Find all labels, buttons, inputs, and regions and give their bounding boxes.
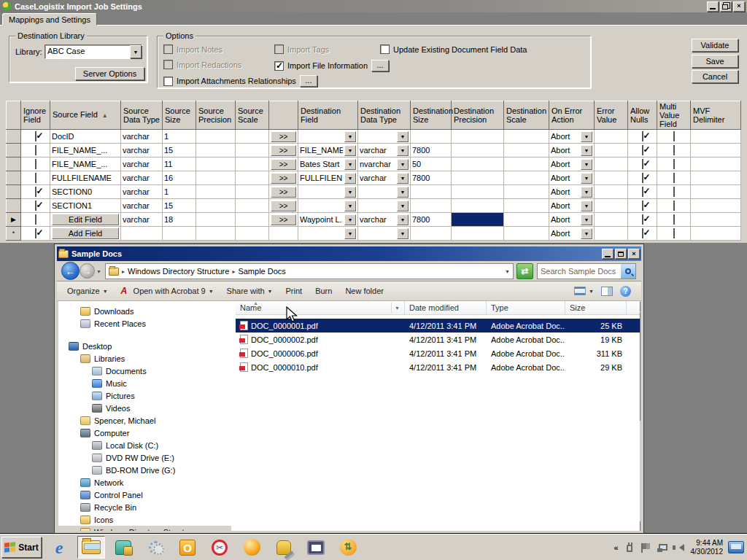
destination-scale-cell[interactable] [504, 144, 549, 158]
multi-value-checkbox[interactable] [673, 228, 675, 238]
error-value-cell[interactable] [595, 213, 628, 227]
error-value-cell[interactable] [595, 130, 628, 144]
views-button[interactable]: ▼ [574, 287, 594, 295]
history-dropdown-icon[interactable]: ▼ [96, 269, 101, 274]
destination-size-cell[interactable] [411, 185, 452, 199]
destination-data-type-cell[interactable]: varchar▼ [358, 144, 411, 158]
chevron-down-icon[interactable]: ▼ [344, 159, 356, 170]
explorer-maximize-button[interactable] [615, 249, 627, 259]
more-options-button[interactable]: ... [371, 60, 389, 71]
grid-column-header[interactable]: Error Value [595, 101, 628, 130]
destination-scale-cell[interactable] [504, 227, 549, 241]
destination-data-type-cell[interactable]: varchar▼ [358, 171, 411, 185]
multi-value-field-cell[interactable] [657, 144, 691, 158]
source-data-type-cell[interactable] [121, 227, 163, 241]
multi-value-checkbox[interactable] [673, 214, 675, 225]
source-size-cell[interactable]: 1 [163, 185, 196, 199]
error-value-cell[interactable] [595, 158, 628, 171]
sync-icon[interactable]: ⇅ [334, 536, 362, 559]
source-scale-cell[interactable] [236, 171, 269, 185]
multi-value-field-cell[interactable] [657, 199, 691, 213]
destination-data-type-cell[interactable]: ▼ [358, 227, 411, 241]
chevron-down-icon[interactable]: ▼ [581, 201, 592, 211]
source-precision-cell[interactable] [196, 185, 236, 199]
explorer-title-bar[interactable]: Sample Docs × [57, 246, 641, 261]
tree-item-windows-directory-structur-[interactable]: Windows Directory Structur... [58, 526, 231, 531]
ignore-field-cell[interactable] [21, 213, 50, 227]
allow-nulls-checkbox[interactable] [642, 214, 643, 225]
row-marker[interactable] [7, 144, 21, 158]
destination-size-cell[interactable] [411, 199, 452, 213]
map-cell[interactable]: >> [269, 130, 298, 144]
destination-size-cell[interactable] [411, 227, 452, 241]
ignore-field-cell[interactable] [21, 199, 50, 213]
allow-nulls-cell[interactable] [628, 227, 657, 241]
multi-value-field-cell[interactable] [657, 185, 691, 199]
checkbox-import-attachments-relationships[interactable] [163, 77, 173, 86]
destination-scale-cell[interactable] [504, 199, 549, 213]
destination-data-type-cell[interactable]: nvarchar▼ [358, 158, 411, 171]
destination-data-type-cell[interactable]: ▼ [358, 185, 411, 199]
allow-nulls-checkbox[interactable] [642, 145, 643, 155]
map-cell[interactable]: >> [269, 158, 298, 171]
ignore-field-cell[interactable] [21, 158, 50, 171]
destination-precision-cell[interactable] [452, 130, 504, 144]
clock[interactable]: 9:44 AM 4/30/2012 [691, 539, 724, 556]
tree-item-recycle-bin[interactable]: Recycle Bin [58, 501, 231, 513]
mvf-delimiter-cell[interactable] [691, 227, 741, 241]
destination-scale-cell[interactable] [504, 171, 549, 185]
ignore-checkbox[interactable] [35, 228, 36, 238]
map-cell[interactable]: >> [269, 185, 298, 199]
restore-button[interactable] [720, 1, 732, 12]
source-precision-cell[interactable] [196, 130, 236, 144]
source-data-type-cell[interactable]: varchar [121, 213, 163, 227]
chevron-down-icon[interactable]: ▼ [397, 201, 409, 211]
tree-item-network[interactable]: Network [58, 476, 231, 489]
main-title-bar[interactable]: CaseLogistix Import Job Settings × [0, 0, 747, 12]
map-cell[interactable] [269, 227, 298, 241]
source-field-cell[interactable]: SECTION1 [50, 199, 121, 213]
chevron-down-icon[interactable]: ▼ [344, 187, 356, 198]
grid-column-header[interactable]: Source Data Type [121, 101, 163, 130]
ignore-field-cell[interactable] [21, 227, 50, 241]
destination-field-cell[interactable]: FULLFILEN...▼ [298, 171, 358, 185]
explorer-close-button[interactable]: × [628, 249, 640, 259]
mvf-delimiter-cell[interactable] [691, 213, 741, 227]
toolbar-new-folder[interactable]: New folder [345, 287, 384, 295]
gears-icon[interactable] [142, 536, 169, 559]
source-scale-cell[interactable] [236, 158, 269, 171]
grid-column-header[interactable]: Destination Field [298, 101, 358, 130]
chevron-down-icon[interactable]: ▼ [581, 228, 592, 239]
mvf-delimiter-cell[interactable] [691, 158, 741, 171]
source-scale-cell[interactable] [236, 144, 269, 158]
on-error-action-cell[interactable]: Abort▼ [549, 199, 595, 213]
error-value-cell[interactable] [595, 227, 628, 241]
source-scale-cell[interactable] [236, 130, 269, 144]
allow-nulls-checkbox[interactable] [642, 228, 643, 238]
map-button[interactable]: >> [271, 131, 296, 142]
allow-nulls-checkbox[interactable] [642, 131, 643, 141]
checkbox-import-notes[interactable] [163, 44, 173, 54]
tree-item-bd-rom-drive-g-[interactable]: BD-ROM Drive (G:) [58, 464, 231, 476]
orange-sphere-icon[interactable] [238, 536, 266, 559]
map-button[interactable]: >> [271, 214, 296, 225]
error-value-cell[interactable] [595, 185, 628, 199]
tree-item-control-panel[interactable]: Control Panel [58, 489, 231, 501]
grid-column-header[interactable]: Destination Precision [452, 101, 504, 130]
destination-scale-cell[interactable] [504, 158, 549, 171]
grid-column-header[interactable]: MVF Delimiter [691, 101, 741, 130]
tree-item-local-disk-c-[interactable]: Local Disk (C:) [58, 439, 231, 451]
library-combobox[interactable]: ABC Case ▼ [44, 44, 142, 59]
source-data-type-cell[interactable]: varchar [121, 130, 163, 144]
multi-value-checkbox[interactable] [673, 131, 675, 141]
destination-data-type-cell[interactable]: ▼ [358, 199, 411, 213]
allow-nulls-cell[interactable] [628, 213, 657, 227]
source-field-cell[interactable]: Add Field [50, 227, 121, 241]
multi-value-checkbox[interactable] [673, 145, 675, 155]
grid-column-header[interactable]: Multi Value Field [657, 101, 691, 130]
on-error-action-cell[interactable]: Abort▼ [549, 185, 595, 199]
toolbar-organize[interactable]: Organize▼ [67, 287, 108, 295]
filter-dropdown-icon[interactable]: ▼ [391, 303, 400, 313]
source-scale-cell[interactable] [236, 227, 269, 241]
help-button[interactable]: ? [620, 286, 631, 297]
